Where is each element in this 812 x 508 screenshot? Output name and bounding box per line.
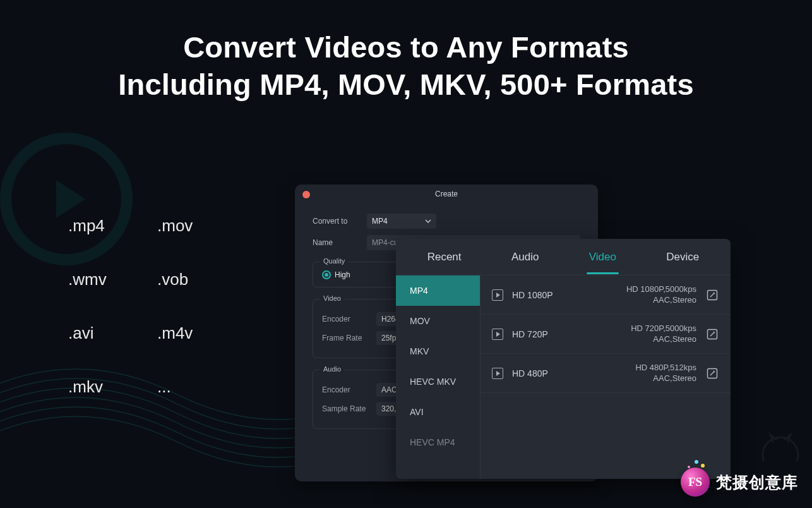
play-triangle-icon [56, 180, 85, 218]
format-ext: .mkv [68, 377, 143, 397]
name-label: Name [313, 238, 367, 247]
quality-high-label: High [335, 270, 350, 279]
format-item-mkv[interactable]: MKV [396, 336, 480, 366]
video-framerate-label: Frame Rate [322, 334, 376, 342]
preset-spec: HD 480P,512kps AAC,Stereo [597, 363, 696, 384]
video-section-title: Video [319, 294, 345, 302]
quality-section-title: Quality [319, 257, 349, 265]
convert-to-value: MP4 [372, 217, 388, 226]
format-ext: .m4v [157, 324, 232, 343]
radio-selected-icon [322, 270, 331, 279]
tab-video[interactable]: Video [587, 251, 619, 263]
format-item-avi[interactable]: AVI [396, 397, 480, 427]
preset-resolution: HD 480P [512, 368, 588, 378]
format-ext: .mov [157, 216, 232, 236]
window-close-button[interactable] [302, 191, 310, 198]
preset-row[interactable]: HD 720P HD 720P,5000kps AAC,Stereo [481, 315, 731, 354]
convert-to-label: Convert to [313, 217, 367, 226]
edit-preset-button[interactable] [705, 288, 719, 302]
brand-text: 梵摄创意库 [716, 472, 798, 493]
play-icon [492, 329, 503, 340]
headline-line1: Convert Videos to Any Formats [0, 29, 812, 66]
edit-preset-button[interactable] [705, 366, 719, 380]
format-ext: .avi [68, 324, 143, 343]
format-ext: .wmv [68, 270, 143, 289]
edit-icon [707, 368, 718, 379]
tab-audio[interactable]: Audio [509, 251, 541, 263]
format-picker-panel: Recent Audio Video Device MP4 MOV MKV HE… [396, 239, 731, 479]
format-ext: ... [157, 377, 232, 397]
preset-row[interactable]: HD 480P HD 480P,512kps AAC,Stereo [481, 354, 731, 393]
format-list: MP4 MOV MKV HEVC MKV AVI HEVC MP4 [396, 275, 481, 479]
cat-decoration [755, 423, 806, 461]
window-title: Create [435, 190, 458, 198]
edit-icon [707, 289, 718, 301]
video-encoder-label: Encoder [322, 315, 376, 324]
brand-initials: FS [681, 468, 710, 497]
preset-spec: HD 720P,5000kps AAC,Stereo [597, 324, 696, 345]
format-item-hevc-mp4[interactable]: HEVC MP4 [396, 427, 480, 457]
format-item-mov[interactable]: MOV [396, 306, 480, 336]
play-icon [492, 289, 503, 301]
audio-encoder-label: Encoder [322, 385, 376, 394]
audio-section-title: Audio [319, 365, 345, 373]
tab-recent[interactable]: Recent [425, 251, 464, 263]
play-icon [492, 368, 503, 379]
preset-spec: HD 1080P,5000kps AAC,Stereo [597, 284, 696, 306]
format-item-hevc-mkv[interactable]: HEVC MKV [396, 366, 480, 397]
quality-high-radio[interactable]: High [322, 270, 350, 279]
edit-icon [707, 329, 718, 340]
headline: Convert Videos to Any Formats Including … [0, 0, 812, 104]
window-titlebar: Create [295, 184, 598, 203]
format-extension-grid: .mp4 .mov .wmv .vob .avi .m4v .mkv ... [68, 216, 232, 397]
format-ext: .mp4 [68, 216, 143, 236]
format-ext: .vob [157, 270, 232, 289]
tab-device[interactable]: Device [664, 251, 702, 263]
format-tabs: Recent Audio Video Device [396, 239, 731, 275]
preset-resolution: HD 720P [512, 329, 588, 339]
edit-preset-button[interactable] [705, 327, 719, 341]
audio-samplerate-label: Sample Rate [322, 404, 376, 413]
preset-list: HD 1080P HD 1080P,5000kps AAC,Stereo HD … [481, 275, 731, 479]
preset-row[interactable]: HD 1080P HD 1080P,5000kps AAC,Stereo [481, 275, 731, 315]
headline-line2: Including MP4, MOV, MKV, 500+ Formats [0, 66, 812, 104]
convert-to-select[interactable]: MP4 [367, 214, 436, 229]
preset-resolution: HD 1080P [512, 290, 588, 300]
chevron-down-icon [425, 219, 431, 223]
brand-logo: FS 梵摄创意库 [681, 468, 798, 497]
format-item-mp4[interactable]: MP4 [396, 275, 480, 306]
svg-point-3 [763, 437, 798, 461]
brand-dots-icon [701, 464, 705, 468]
